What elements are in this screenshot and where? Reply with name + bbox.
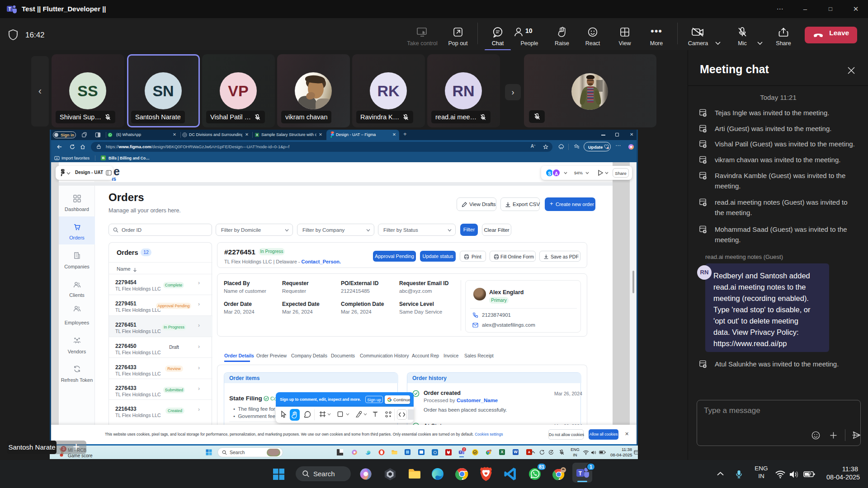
svg-text:X: X (256, 133, 258, 136)
svg-text:T: T (579, 470, 582, 477)
svg-text:T: T (8, 7, 11, 12)
